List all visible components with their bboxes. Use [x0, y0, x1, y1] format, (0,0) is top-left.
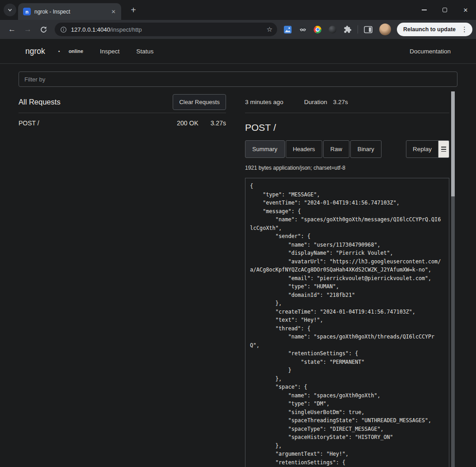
puzzle-piece-icon: [344, 25, 352, 33]
extensions-menu-button[interactable]: [340, 23, 354, 36]
reload-button[interactable]: [36, 22, 51, 37]
replay-button-group: Replay: [406, 140, 449, 158]
forward-button[interactable]: →: [20, 22, 35, 37]
ngrok-favicon-icon: n: [23, 8, 31, 15]
maximize-button[interactable]: [434, 0, 455, 20]
extension-globe-icon[interactable]: [325, 23, 339, 36]
replay-button[interactable]: Replay: [406, 140, 438, 158]
tab-title: ngrok - Inspect: [34, 9, 106, 15]
content-columns: All Requests Clear Requests POST / 200 O…: [0, 87, 476, 467]
extension-chrome-icon[interactable]: [311, 23, 325, 36]
minimize-button[interactable]: [414, 0, 434, 20]
ngrok-inspect-page: ngrok • online Inspect Status Documentat…: [0, 39, 476, 467]
side-panel-button[interactable]: [361, 23, 375, 36]
glasses-icon: [299, 25, 307, 33]
ngrok-logo[interactable]: ngrok: [25, 47, 45, 56]
extension-glasses-icon[interactable]: [296, 23, 310, 36]
bookmark-star-icon[interactable]: ☆: [267, 25, 273, 33]
tab-binary[interactable]: Binary: [350, 140, 382, 158]
request-time-ago: 3 minutes ago: [245, 99, 283, 105]
relaunch-label: Relaunch to update: [403, 26, 456, 33]
ngrok-header: ngrok • online Inspect Status Documentat…: [0, 39, 476, 64]
filter-input[interactable]: [19, 71, 457, 87]
tab-close-icon[interactable]: ✕: [109, 8, 118, 16]
back-button[interactable]: ←: [5, 22, 19, 37]
url-path: /inspect/http: [110, 26, 142, 33]
request-method-path: POST /: [19, 119, 39, 127]
close-icon: ✕: [463, 7, 468, 14]
address-bar[interactable]: 127.0.0.1:4040/inspect/http ☆: [55, 23, 277, 36]
detail-header: 3 minutes ago Duration 3.27s: [245, 91, 449, 113]
status-dot: •: [58, 48, 60, 54]
profile-avatar[interactable]: [379, 24, 391, 35]
browser-toolbar: ← → 127.0.0.1:4040/inspect/http ☆ Relaun…: [0, 20, 476, 39]
request-body-json: { "type": "MESSAGE", "eventTime": "2024-…: [245, 178, 449, 467]
detail-scrollbar[interactable]: [451, 91, 455, 467]
tab-search-button[interactable]: [4, 4, 16, 16]
filter-row: [0, 64, 476, 87]
maximize-icon: [443, 8, 447, 12]
tab-raw[interactable]: Raw: [323, 140, 349, 158]
photo-icon: [284, 26, 292, 33]
tab-headers[interactable]: Headers: [286, 140, 322, 158]
clear-requests-button[interactable]: Clear Requests: [173, 94, 226, 110]
request-list-panel: All Requests Clear Requests POST / 200 O…: [19, 91, 226, 133]
duration-label: Duration: [304, 99, 327, 105]
side-panel-icon: [364, 26, 372, 33]
request-list-header: All Requests Clear Requests: [19, 91, 226, 113]
scrollbar-thumb[interactable]: [451, 91, 455, 196]
content-meta: 1921 bytes application/json; charset=utf…: [245, 165, 449, 171]
browser-tab[interactable]: n ngrok - Inspect ✕: [18, 3, 121, 20]
request-row[interactable]: POST / 200 OK 3.27s: [19, 113, 226, 133]
detail-tabs: Summary Headers Raw Binary Replay: [245, 140, 449, 158]
close-button[interactable]: ✕: [455, 0, 476, 20]
request-duration: 3.27s: [211, 119, 226, 127]
nav-item-inspect[interactable]: Inspect: [100, 48, 120, 55]
browser-menu-icon[interactable]: ⋮: [460, 25, 469, 33]
minimize-icon: [422, 10, 427, 10]
nav-item-documentation[interactable]: Documentation: [410, 48, 451, 55]
new-tab-button[interactable]: +: [127, 4, 139, 16]
relaunch-to-update-button[interactable]: Relaunch to update ⋮: [397, 23, 472, 36]
online-status-badge: online: [69, 48, 83, 54]
request-row-metrics: 200 OK 3.27s: [177, 119, 226, 127]
chrome-logo-icon: [314, 26, 321, 33]
reload-icon: [40, 26, 47, 33]
duration-value: 3.27s: [333, 99, 348, 105]
extension-screenshot-icon[interactable]: [281, 23, 295, 36]
toolbar-separator: [358, 25, 358, 33]
all-requests-title: All Requests: [19, 98, 61, 106]
url-host: 127.0.0.1:4040: [71, 26, 110, 33]
request-status: 200 OK: [177, 119, 198, 127]
tab-strip: n ngrok - Inspect ✕ + ✕: [0, 0, 476, 20]
url-text[interactable]: 127.0.0.1:4040/inspect/http: [71, 26, 263, 33]
window-controls: ✕: [414, 0, 476, 20]
forward-icon: →: [24, 25, 32, 34]
site-info-icon[interactable]: [60, 26, 67, 33]
chevron-down-icon: [7, 7, 13, 13]
nav-item-status[interactable]: Status: [137, 48, 154, 55]
request-detail-panel: 3 minutes ago Duration 3.27s POST / Summ…: [245, 91, 457, 467]
tab-summary[interactable]: Summary: [245, 140, 285, 158]
back-icon: ←: [8, 25, 16, 34]
replay-dropdown-button[interactable]: [438, 140, 449, 158]
dark-globe-icon: [329, 26, 336, 33]
menu-lines-icon: [441, 147, 446, 152]
detail-title: POST /: [245, 122, 449, 133]
